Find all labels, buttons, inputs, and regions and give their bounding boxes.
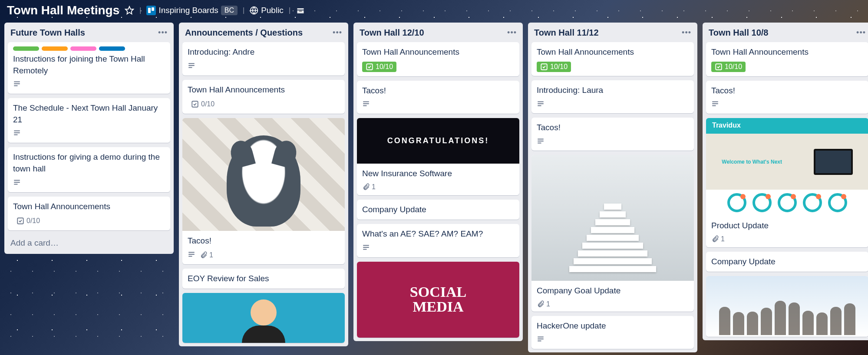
card[interactable]: Instructions for giving a demo during th…: [8, 147, 170, 192]
description-icon: [711, 100, 719, 109]
list-cards: Town Hall Announcements10/10Introducing:…: [528, 42, 697, 352]
label-pink: [70, 46, 96, 51]
card-title: The Schedule - Next Town Hall January 21: [13, 102, 165, 125]
checklist-badge: 0/10: [188, 99, 218, 109]
card[interactable]: EOY Review for Sales: [182, 269, 345, 289]
card[interactable]: [182, 293, 345, 343]
list-cards: Instructions for joining the Town Hall R…: [4, 42, 174, 234]
card-title: Town Hall Announcements: [711, 46, 863, 58]
card-badges: [13, 129, 165, 138]
description-icon: [362, 100, 370, 109]
card-title: Company Update: [362, 204, 514, 216]
card[interactable]: Tacos!: [706, 81, 868, 114]
workspace-name: Inspiring Boards: [158, 6, 218, 15]
board-title: Town Hall Meetings: [7, 3, 119, 17]
card-badges: 0/10: [188, 99, 340, 109]
card-badges: [362, 243, 514, 253]
cover-text: Travidux: [706, 118, 868, 134]
description-icon: [188, 250, 195, 260]
card-title: Introducing: Andre: [188, 46, 340, 58]
star-icon[interactable]: [125, 6, 134, 15]
list-title: Announcements / Questions: [185, 28, 303, 38]
card-badges: 1: [711, 235, 863, 243]
card[interactable]: SOCIALMEDIA: [357, 262, 519, 338]
list-title: Town Hall 10/8: [709, 28, 768, 38]
card-title: Town Hall Announcements: [188, 84, 340, 96]
card[interactable]: The Schedule - Next Town Hall January 21: [8, 98, 170, 143]
card[interactable]: Town Hall Announcements0/10: [182, 80, 345, 114]
label-green: [13, 46, 39, 51]
card-badges: [537, 100, 689, 109]
list-header: Announcements / Questions •••: [179, 23, 348, 42]
board-header: Town Hall Meetings | Inspiring Boards BC…: [0, 0, 868, 21]
list-menu-button[interactable]: •••: [158, 28, 168, 37]
card-title: Instructions for giving a demo during th…: [13, 151, 165, 174]
card[interactable]: Company Update: [357, 200, 519, 220]
description-icon: [13, 178, 21, 188]
add-card-button[interactable]: Add a card…: [4, 234, 174, 254]
description-icon: [537, 335, 545, 345]
card[interactable]: Introducing: Laura: [531, 80, 694, 113]
card-cover: [531, 155, 694, 281]
list-title: Town Hall 11/12: [534, 28, 599, 38]
card-badges: 0/10: [13, 216, 165, 226]
attachment-badge: 1: [200, 251, 213, 259]
card-cover: [706, 276, 868, 337]
card[interactable]: Town Hall Announcements0/10: [8, 197, 170, 231]
description-icon: [188, 62, 195, 71]
card-title: HackerOne update: [537, 320, 689, 332]
description-icon: [13, 80, 21, 89]
card[interactable]: Town Hall Announcements10/10: [357, 42, 519, 76]
trello-logo-icon: [146, 6, 156, 15]
card-badges: [537, 137, 689, 147]
card[interactable]: Introducing: Andre: [182, 42, 345, 76]
card-cover: Travidux Welcome to What's Next: [706, 118, 868, 216]
card-badges: [188, 62, 340, 71]
card-cover: [182, 118, 345, 231]
list-title: Town Hall 12/10: [360, 28, 424, 38]
card-badges: 1: [537, 300, 689, 308]
card[interactable]: Company Update: [706, 252, 868, 272]
card[interactable]: Company Goal Update1: [531, 155, 694, 311]
card[interactable]: Instructions for joining the Town Hall R…: [8, 42, 170, 94]
list-header: Future Town Halls •••: [4, 23, 174, 42]
description-icon: [362, 243, 370, 253]
card-title: Instructions for joining the Town Hall R…: [13, 53, 165, 76]
board-canvas: Future Town Halls ••• Instructions for j…: [0, 21, 868, 352]
list: Town Hall 10/8 ••• Town Hall Announcemen…: [703, 23, 868, 340]
globe-icon: [250, 6, 258, 15]
cover-text: SOCIALMEDIA: [410, 285, 466, 314]
card[interactable]: [706, 276, 868, 337]
card-labels: [13, 46, 165, 51]
card[interactable]: Tacos!: [531, 118, 694, 151]
card-title: Company Update: [711, 256, 863, 268]
card[interactable]: Town Hall Announcements10/10: [706, 42, 868, 76]
list-menu-button[interactable]: •••: [856, 28, 866, 37]
workspace-badge: BC: [221, 6, 238, 15]
card-badges: [711, 100, 863, 109]
card[interactable]: Tacos!1: [182, 118, 345, 264]
card[interactable]: What's an AE? SAE? AM? EAM?: [357, 224, 519, 257]
card[interactable]: Tacos!: [357, 81, 519, 114]
list-menu-button[interactable]: •••: [333, 28, 342, 37]
card[interactable]: HackerOne update: [531, 316, 694, 349]
card[interactable]: Travidux Welcome to What's Next Product …: [706, 118, 868, 247]
drawer-icon[interactable]: [296, 6, 305, 15]
card-badges: 10/10: [362, 62, 514, 72]
visibility-button[interactable]: Public: [250, 6, 284, 15]
card-badges: 10/10: [537, 62, 689, 72]
list-menu-button[interactable]: •••: [507, 28, 517, 37]
card-title: Tacos!: [362, 85, 514, 97]
svg-rect-2: [299, 11, 302, 12]
card-title: New Insurance Software: [362, 168, 514, 180]
list-title: Future Town Halls: [10, 28, 85, 38]
list-menu-button[interactable]: •••: [682, 28, 691, 37]
list: Town Hall 12/10 ••• Town Hall Announceme…: [353, 23, 523, 341]
attachment-badge: 1: [537, 300, 550, 308]
card-title: Company Goal Update: [537, 285, 689, 297]
workspace-button[interactable]: Inspiring Boards BC: [146, 6, 238, 15]
card-cover: [182, 293, 345, 343]
card[interactable]: CONGRATULATIONS!New Insurance Software1: [357, 118, 519, 195]
card-title: Introducing: Laura: [537, 85, 689, 96]
card[interactable]: Town Hall Announcements10/10: [531, 42, 694, 76]
